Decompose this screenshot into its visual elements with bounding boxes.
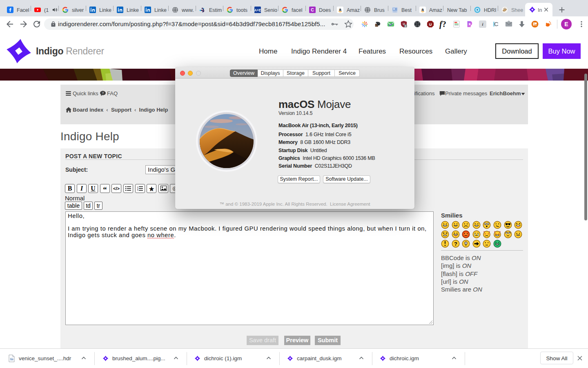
svg-text:C: C xyxy=(494,20,499,27)
svg-text:C: C xyxy=(311,7,314,12)
svg-text:a: a xyxy=(421,7,424,12)
svg-text:3: 3 xyxy=(137,189,138,191)
svg-text:A+E: A+E xyxy=(254,8,261,12)
svg-text:i: i xyxy=(482,22,483,27)
svg-text:1: 1 xyxy=(405,25,406,27)
svg-text:U: U xyxy=(429,22,432,27)
svg-text:a: a xyxy=(339,7,341,12)
svg-text:?: ? xyxy=(102,91,104,95)
svg-text:?: ? xyxy=(454,241,457,247)
